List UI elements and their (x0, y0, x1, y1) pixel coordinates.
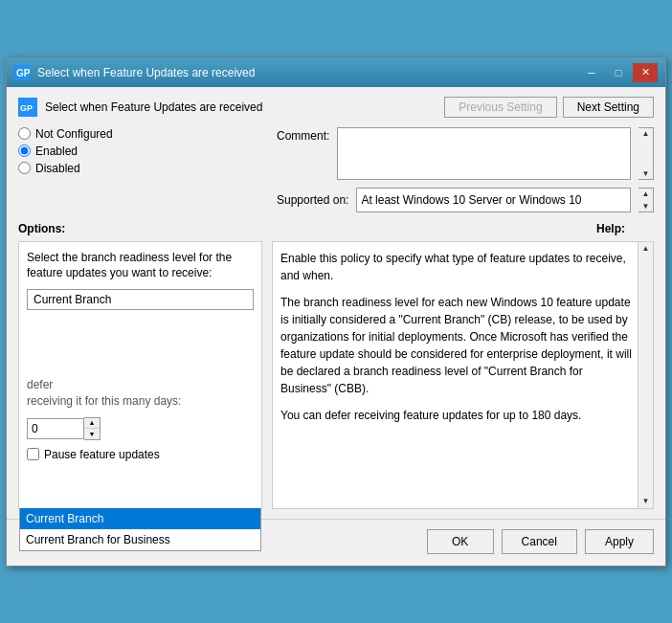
apply-button[interactable]: Apply (585, 529, 654, 554)
close-button[interactable]: ✕ (633, 63, 658, 82)
supported-value: At least Windows 10 Server or Windows 10 (356, 188, 631, 212)
section-labels: Options: Help: (18, 222, 654, 235)
comment-label: Comment: (277, 129, 329, 180)
options-label: Options: (18, 222, 65, 235)
previous-setting-button[interactable]: Previous Setting (444, 97, 556, 118)
window-title: Select when Feature Updates are received (37, 66, 579, 79)
dropdown-wrapper: Current Branch Current Branch for Busine… (27, 289, 254, 310)
radio-group: Not Configured Enabled Disabled (18, 127, 267, 175)
pause-updates-checkbox-row[interactable]: Pause feature updates (27, 448, 254, 461)
minimize-button[interactable]: ─ (579, 63, 604, 82)
help-para1: Enable this policy to specify what type … (280, 250, 634, 284)
supported-scroll-up[interactable]: ▲ (642, 189, 650, 198)
radio-not-configured[interactable]: Not Configured (18, 127, 267, 141)
scroll-up-arrow[interactable]: ▲ (642, 129, 650, 138)
spinner-up-button[interactable]: ▲ (84, 418, 100, 429)
right-panel: Comment: ▲ ▼ Supported on: At least Wind… (277, 127, 654, 222)
header-row: GP Select when Feature Updates are recei… (18, 97, 654, 118)
options-description: Select the branch readiness level for th… (27, 250, 254, 282)
window-controls: ─ □ ✕ (579, 63, 658, 82)
days-spinner-input[interactable] (27, 418, 84, 439)
defer-text: deferreceiving it for this many days: (27, 377, 254, 410)
dropdown-item-current-branch[interactable]: Current Branch (20, 508, 260, 529)
comment-scrollbar: ▲ ▼ (638, 127, 654, 180)
spinner-row: ▲ ▼ (27, 417, 254, 440)
pause-updates-checkbox[interactable] (27, 448, 39, 460)
spinner-down-button[interactable]: ▼ (84, 429, 100, 439)
content-area: GP Select when Feature Updates are recei… (7, 87, 665, 519)
help-scroll-down[interactable]: ▼ (642, 496, 650, 507)
titlebar: GP Select when Feature Updates are recei… (7, 58, 665, 87)
header-left: GP Select when Feature Updates are recei… (18, 98, 262, 117)
svg-text:GP: GP (16, 68, 30, 78)
help-label: Help: (596, 222, 654, 235)
ok-button[interactable]: OK (427, 529, 494, 554)
main-window: GP Select when Feature Updates are recei… (6, 57, 666, 567)
comment-section: Comment: ▲ ▼ (277, 127, 654, 180)
dropdown-list: Current Branch Current Branch for Busine… (19, 508, 261, 551)
pause-updates-label: Pause feature updates (44, 448, 160, 461)
left-panel: Not Configured Enabled Disabled (18, 127, 267, 222)
header-buttons: Previous Setting Next Setting (444, 97, 654, 118)
next-setting-button[interactable]: Next Setting (563, 97, 654, 118)
options-panel: Select the branch readiness level for th… (18, 241, 262, 509)
branch-dropdown[interactable]: Current Branch Current Branch for Busine… (27, 289, 254, 310)
dropdown-item-cbb[interactable]: Current Branch for Business (20, 529, 260, 550)
panels-row: Select the branch readiness level for th… (18, 241, 654, 509)
header-icon: GP (18, 98, 37, 117)
cancel-button[interactable]: Cancel (502, 529, 577, 554)
radio-disabled[interactable]: Disabled (18, 162, 267, 175)
supported-scrollbar: ▲ ▼ (638, 188, 654, 212)
help-para2: The branch readiness level for each new … (280, 294, 634, 397)
supported-section: Supported on: At least Windows 10 Server… (277, 188, 654, 212)
help-scroll-up[interactable]: ▲ (642, 243, 650, 255)
supported-label: Supported on: (277, 193, 348, 207)
help-para3: You can defer receiving feature updates … (280, 407, 634, 424)
help-panel: Enable this policy to specify what type … (272, 241, 654, 509)
svg-text:GP: GP (20, 103, 33, 113)
radio-enabled[interactable]: Enabled (18, 145, 267, 158)
window-icon: GP (14, 65, 30, 80)
scroll-down-arrow[interactable]: ▼ (642, 169, 650, 178)
maximize-button[interactable]: □ (606, 63, 631, 82)
help-scrollbar: ▲ ▼ (638, 242, 653, 508)
main-section: Not Configured Enabled Disabled Comment: (18, 127, 654, 222)
header-description: Select when Feature Updates are received (45, 100, 262, 114)
supported-scroll-down[interactable]: ▼ (642, 202, 650, 211)
spinner-buttons: ▲ ▼ (84, 417, 101, 440)
comment-input[interactable] (337, 127, 631, 180)
